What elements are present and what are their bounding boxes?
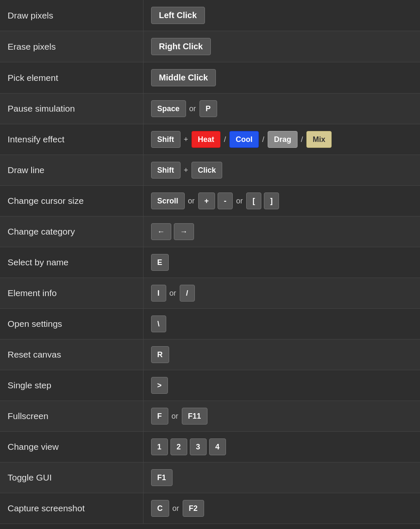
table-row: Draw lineShift+Click: [0, 155, 420, 186]
shortcut-keys: R: [143, 339, 420, 370]
key-separator: or: [188, 197, 195, 206]
key-badge: 1: [151, 438, 168, 455]
table-row: Change view1234: [0, 432, 420, 462]
shortcut-keys: Shift+Heat/Cool/Drag/Mix: [143, 124, 420, 155]
key-badge: Click: [191, 162, 222, 179]
key-badge: Cool: [229, 131, 259, 148]
key-badge: Scroll: [151, 192, 185, 209]
key-badge: \: [151, 315, 166, 332]
key-badge: Space: [151, 100, 186, 117]
table-row: Intensify effectShift+Heat/Cool/Drag/Mix: [0, 124, 420, 155]
table-row: FullscreenForF11: [0, 401, 420, 432]
key-badge: Drag: [268, 131, 298, 148]
shortcut-keys: Shift+Click: [143, 155, 420, 186]
key-badge: I: [151, 285, 166, 302]
key-badge: F2: [183, 500, 204, 517]
key-badge: C: [151, 500, 169, 517]
key-badge: P: [199, 100, 217, 117]
key-separator: or: [172, 412, 178, 421]
shortcut-keys: SpaceorP: [143, 94, 420, 124]
key-badge: Middle Click: [151, 69, 216, 86]
table-row: Change cursor sizeScrollor+-or[]: [0, 186, 420, 216]
key-separator: /: [224, 135, 226, 144]
key-badge: R: [151, 346, 169, 363]
key-separator: /: [262, 135, 264, 144]
table-row: Change category←→: [0, 216, 420, 247]
key-separator: or: [173, 504, 179, 513]
key-badge: F1: [151, 469, 173, 486]
key-badge: +: [198, 192, 215, 209]
shortcut-keys: Right Click: [143, 31, 420, 62]
table-row: Pause simulationSpaceorP: [0, 94, 420, 124]
shortcut-label: Pick element: [0, 62, 143, 94]
key-badge: 4: [209, 438, 226, 455]
shortcut-label: Toggle GUI: [0, 462, 143, 493]
shortcut-label: Fullscreen: [0, 401, 143, 432]
shortcut-keys: 1234: [143, 432, 420, 462]
key-separator: or: [170, 289, 176, 298]
shortcut-label: Change view: [0, 432, 143, 462]
shortcut-keys: Scrollor+-or[]: [143, 186, 420, 216]
key-badge: →: [174, 223, 194, 240]
shortcut-label: Capture screenshot: [0, 493, 143, 524]
table-row: Open settings\: [0, 309, 420, 339]
table-row: Erase pixelsRight Click: [0, 31, 420, 62]
shortcut-label: Single step: [0, 370, 143, 401]
shortcut-keys: >: [143, 370, 420, 401]
shortcut-keys: CorF2: [143, 493, 420, 524]
key-badge: Shift: [151, 162, 181, 179]
shortcut-label: Pause simulation: [0, 94, 143, 124]
key-badge: /: [180, 285, 195, 302]
shortcut-keys: Left Click: [143, 0, 420, 31]
shortcut-keys: Middle Click: [143, 62, 420, 94]
key-badge: E: [151, 254, 169, 271]
shortcut-keys: ForF11: [143, 401, 420, 432]
shortcuts-table: Draw pixelsLeft ClickErase pixelsRight C…: [0, 0, 420, 524]
table-row: Element infoIor/: [0, 278, 420, 309]
key-badge: Heat: [191, 131, 221, 148]
shortcut-keys: \: [143, 309, 420, 339]
key-badge: [: [246, 192, 261, 209]
key-separator: +: [184, 135, 189, 144]
key-badge: Left Click: [151, 7, 205, 24]
key-badge: Right Click: [151, 38, 211, 55]
table-row: Single step>: [0, 370, 420, 401]
key-badge: 2: [170, 438, 187, 455]
key-badge: -: [218, 192, 233, 209]
shortcut-keys: Ior/: [143, 278, 420, 309]
shortcut-label: Intensify effect: [0, 124, 143, 155]
shortcut-keys: E: [143, 247, 420, 278]
shortcut-label: Change cursor size: [0, 186, 143, 216]
key-badge: F11: [182, 408, 207, 425]
table-row: Pick elementMiddle Click: [0, 62, 420, 94]
key-separator: or: [189, 104, 196, 113]
shortcut-label: Reset canvas: [0, 339, 143, 370]
shortcut-label: Draw pixels: [0, 0, 143, 31]
key-badge: ←: [151, 223, 171, 240]
table-row: Draw pixelsLeft Click: [0, 0, 420, 31]
key-separator: /: [301, 135, 303, 144]
key-badge: >: [151, 377, 168, 394]
shortcut-label: Draw line: [0, 155, 143, 186]
shortcut-keys: ←→: [143, 216, 420, 247]
key-badge: Mix: [306, 131, 332, 148]
shortcut-label: Select by name: [0, 247, 143, 278]
key-badge: Shift: [151, 131, 181, 148]
key-separator: +: [184, 166, 189, 175]
shortcut-label: Open settings: [0, 309, 143, 339]
table-row: Capture screenshotCorF2: [0, 493, 420, 524]
key-badge: F: [151, 408, 168, 425]
shortcut-keys: F1: [143, 462, 420, 493]
table-row: Reset canvasR: [0, 339, 420, 370]
shortcut-label: Erase pixels: [0, 31, 143, 62]
shortcut-label: Change category: [0, 216, 143, 247]
shortcut-label: Element info: [0, 278, 143, 309]
key-badge: 3: [190, 438, 207, 455]
table-row: Toggle GUIF1: [0, 462, 420, 493]
key-separator: or: [236, 197, 243, 206]
key-badge: ]: [264, 192, 279, 209]
table-row: Select by nameE: [0, 247, 420, 278]
